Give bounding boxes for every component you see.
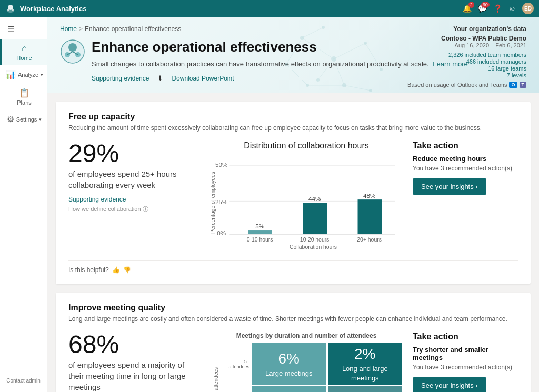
svg-line-8	[365, 43, 381, 69]
thumbs-up-icon[interactable]: 👍	[112, 266, 120, 274]
improve-meeting-desc: Long and large meetings are costly and o…	[68, 315, 518, 324]
teams-badge: T	[520, 82, 527, 88]
chart-svg: 50% 25% 0% Percentage of employees 5%	[211, 155, 402, 250]
main-content: Home > Enhance operational effectiveness…	[47, 17, 539, 392]
org-data-based-on: Based on usage of Outlook and Teams O T	[407, 82, 526, 88]
org-company: Contoso - WPA Public Demo	[407, 35, 526, 42]
based-on-text: Based on usage of Outlook and Teams	[407, 82, 507, 88]
home-icon: ⌂	[22, 44, 27, 53]
org-date-range: Aug 16, 2020 – Feb 6, 2021	[407, 42, 526, 48]
settings-chevron: ▾	[39, 117, 42, 122]
outlook-badge: O	[509, 82, 517, 88]
breadcrumb-separator: >	[79, 25, 83, 33]
meetings-take-action-panel: Take action Try shorter and smaller meet…	[413, 332, 518, 392]
network-decoration	[276, 22, 392, 93]
svg-point-3	[12, 9, 14, 11]
decision-pct: 69%	[274, 387, 304, 392]
svg-point-19	[380, 68, 383, 71]
svg-point-18	[285, 63, 288, 66]
svg-point-2	[7, 9, 9, 11]
meeting-cell-decision: 69% Decision making meetings	[252, 386, 326, 392]
svg-text:44%: 44%	[308, 195, 321, 202]
svg-point-14	[300, 36, 304, 40]
svg-text:50%: 50%	[215, 161, 227, 168]
download-icon: ⬇	[157, 74, 163, 82]
sidebar-label-settings: Settings	[16, 116, 37, 123]
meetings-stat-block: 68% of employees spend a majority of the…	[68, 332, 200, 392]
action-item-desc: You have 3 recommended action(s)	[413, 165, 518, 172]
svg-text:48%: 48%	[363, 192, 375, 199]
bell-icon[interactable]: 🔔 2	[463, 4, 472, 13]
svg-text:20+ hours: 20+ hours	[357, 237, 382, 243]
define-collab-text: How we define collaboration	[68, 206, 141, 212]
sidebar-item-home[interactable]: ⌂ Home	[0, 39, 47, 65]
settings-icon: ⚙	[7, 114, 14, 124]
helpful-row: Is this helpful? 👍 👎	[68, 260, 518, 274]
org-stat-levels: 7 levels	[407, 72, 526, 78]
svg-point-25	[68, 43, 77, 52]
page-header: Home > Enhance operational effectiveness…	[47, 17, 539, 93]
sidebar-item-analyze[interactable]: 📊 Analyze ▾	[0, 65, 47, 84]
org-stat-managers: 466 included managers	[407, 58, 526, 65]
plans-icon: 📋	[19, 88, 29, 98]
improve-meeting-title: Improve meeting quality	[68, 303, 518, 313]
org-data-panel-title: Your organization's data	[407, 25, 526, 33]
take-action-panel: Take action Reduce meeting hours You hav…	[413, 141, 518, 195]
supporting-evidence-link[interactable]: Supporting evidence	[92, 75, 149, 82]
sidebar: ☰ ⌂ Home 📊 Analyze ▾ 📋 Plans ⚙ Settings …	[0, 17, 47, 392]
svg-text:10-20 hours: 10-20 hours	[300, 237, 329, 243]
long-large-pct: 2%	[354, 344, 375, 364]
svg-point-15	[331, 56, 336, 62]
improve-meeting-section: Improve meeting quality Long and large m…	[56, 293, 531, 392]
thumbs-down-icon[interactable]: 👎	[123, 266, 131, 274]
svg-point-23	[369, 89, 372, 92]
collab-hours-chart: Distribution of collaboration hours 50% …	[211, 141, 402, 252]
breadcrumb-home[interactable]: Home	[60, 25, 77, 33]
meetings-action-title: Try shorter and smaller meetings	[413, 346, 518, 361]
take-action-title: Take action	[413, 141, 518, 150]
svg-line-12	[302, 27, 323, 38]
svg-rect-41	[358, 199, 382, 234]
svg-point-16	[364, 42, 367, 45]
svg-rect-39	[303, 203, 327, 234]
info-icon: ⓘ	[143, 205, 148, 213]
action-item-title: Reduce meeting hours	[413, 155, 518, 163]
svg-text:0%: 0%	[217, 229, 226, 236]
sidebar-item-plans[interactable]: 📋 Plans	[0, 84, 47, 110]
meeting-cell-large: 6% Large meetings	[252, 343, 326, 385]
free-up-define-link[interactable]: How we define collaboration ⓘ	[68, 205, 200, 213]
bell-badge: 2	[468, 2, 474, 8]
svg-text:Collaboration hours: Collaboration hours	[290, 244, 337, 250]
contact-admin[interactable]: Contact admin	[2, 374, 44, 388]
svg-line-13	[318, 59, 334, 80]
svg-text:Percentage of employees: Percentage of employees	[211, 172, 216, 234]
free-up-stat-links: Supporting evidence How we define collab…	[68, 196, 200, 213]
chat-icon[interactable]: 💬 60	[478, 4, 487, 13]
topbar-icons: 🔔 2 💬 60 ❓ ☺ ED	[463, 3, 534, 14]
svg-line-4	[302, 38, 334, 59]
chart-title: Distribution of collaboration hours	[211, 141, 402, 150]
meetings-insights-button[interactable]: See your insights ›	[413, 377, 486, 392]
org-stat-teams: 16 large teams	[407, 65, 526, 72]
analyze-chevron: ▾	[41, 72, 43, 77]
analyze-icon: 📊	[5, 69, 16, 79]
user-avatar[interactable]: ED	[522, 3, 534, 14]
meetings-take-action-title: Take action	[413, 332, 518, 341]
meetings-stats-layout: 68% of employees spend a majority of the…	[68, 332, 518, 392]
breadcrumb-current: Enhance operational effectiveness	[85, 25, 181, 33]
sidebar-item-settings[interactable]: ⚙ Settings ▾	[0, 110, 47, 128]
svg-point-21	[322, 26, 325, 29]
free-up-desc: Reducing the amount of time spent excess…	[68, 124, 518, 133]
svg-point-22	[316, 78, 320, 82]
app-layout: ☰ ⌂ Home 📊 Analyze ▾ 📋 Plans ⚙ Settings …	[0, 17, 539, 392]
free-up-supporting-evidence[interactable]: Supporting evidence	[68, 196, 200, 203]
see-insights-button[interactable]: See your insights ›	[413, 178, 486, 195]
long-large-label: Long and large meetings	[332, 364, 398, 383]
svg-line-10	[286, 64, 307, 85]
account-icon[interactable]: ☺	[508, 4, 516, 13]
sidebar-menu-toggle[interactable]: ☰	[0, 21, 47, 37]
download-ppt-link[interactable]: Download PowerPoint	[172, 75, 234, 82]
app-logo	[5, 3, 16, 14]
help-icon[interactable]: ❓	[493, 4, 502, 13]
sidebar-label-plans: Plans	[17, 99, 32, 106]
